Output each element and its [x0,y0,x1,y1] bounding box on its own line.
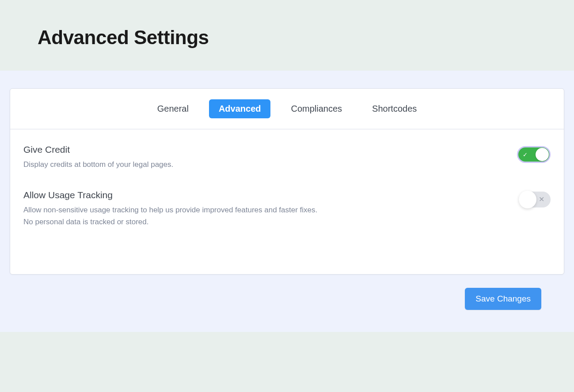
toggle-usage-tracking[interactable]: ✕ [519,192,551,207]
toggle-give-credit[interactable]: ✓ [517,146,551,163]
toggle-track: ✓ [517,146,551,163]
tab-shortcodes[interactable]: Shortcodes [362,99,426,118]
toggle-knob [536,148,549,161]
tab-general[interactable]: General [148,99,198,118]
close-icon: ✕ [539,196,544,203]
actions-row: Save Changes [10,288,564,310]
tab-advanced[interactable]: Advanced [209,99,271,118]
toggle-track: ✕ [519,192,551,207]
setting-row-give-credit: Give Credit Display credits at bottom of… [23,144,551,170]
setting-title-give-credit: Give Credit [23,144,173,155]
save-changes-button[interactable]: Save Changes [465,288,541,310]
check-icon: ✓ [523,152,528,158]
content-section: General Advanced Compliances Shortcodes … [0,71,574,332]
tabs-row: General Advanced Compliances Shortcodes [10,89,564,129]
setting-row-usage-tracking: Allow Usage Tracking Allow non-sensitive… [23,190,551,228]
setting-text: Allow Usage Tracking Allow non-sensitive… [23,190,324,228]
toggle-knob [519,191,536,208]
setting-desc-give-credit: Display credits at bottom of your legal … [23,158,173,170]
header-section: Advanced Settings [0,0,574,71]
page-title: Advanced Settings [38,26,536,49]
settings-card: General Advanced Compliances Shortcodes … [10,88,564,275]
setting-title-usage-tracking: Allow Usage Tracking [23,190,324,200]
tab-compliances[interactable]: Compliances [281,99,352,118]
settings-body: Give Credit Display credits at bottom of… [10,129,564,274]
setting-text: Give Credit Display credits at bottom of… [23,144,173,170]
setting-desc-usage-tracking: Allow non-sensitive usage tracking to he… [23,204,324,228]
